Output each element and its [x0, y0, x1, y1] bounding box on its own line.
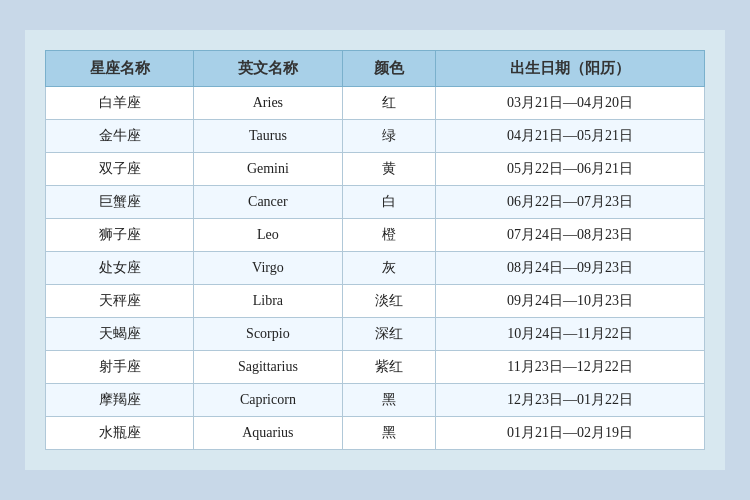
cell-6-2: 淡红 — [342, 285, 435, 318]
cell-2-1: Gemini — [194, 153, 342, 186]
table-row: 水瓶座Aquarius黑01月21日—02月19日 — [46, 417, 705, 450]
cell-9-0: 摩羯座 — [46, 384, 194, 417]
cell-1-2: 绿 — [342, 120, 435, 153]
cell-7-2: 深红 — [342, 318, 435, 351]
cell-5-0: 处女座 — [46, 252, 194, 285]
cell-3-0: 巨蟹座 — [46, 186, 194, 219]
cell-8-2: 紫红 — [342, 351, 435, 384]
table-header-row: 星座名称英文名称颜色出生日期（阳历） — [46, 51, 705, 87]
cell-3-2: 白 — [342, 186, 435, 219]
cell-2-3: 05月22日—06月21日 — [435, 153, 704, 186]
cell-10-0: 水瓶座 — [46, 417, 194, 450]
cell-10-3: 01月21日—02月19日 — [435, 417, 704, 450]
cell-6-1: Libra — [194, 285, 342, 318]
cell-5-2: 灰 — [342, 252, 435, 285]
cell-9-2: 黑 — [342, 384, 435, 417]
cell-0-1: Aries — [194, 87, 342, 120]
cell-5-3: 08月24日—09月23日 — [435, 252, 704, 285]
col-header-2: 颜色 — [342, 51, 435, 87]
cell-7-3: 10月24日—11月22日 — [435, 318, 704, 351]
cell-4-3: 07月24日—08月23日 — [435, 219, 704, 252]
cell-5-1: Virgo — [194, 252, 342, 285]
cell-0-3: 03月21日—04月20日 — [435, 87, 704, 120]
table-row: 摩羯座Capricorn黑12月23日—01月22日 — [46, 384, 705, 417]
main-container: 星座名称英文名称颜色出生日期（阳历） 白羊座Aries红03月21日—04月20… — [25, 30, 725, 470]
table-row: 天蝎座Scorpio深红10月24日—11月22日 — [46, 318, 705, 351]
table-row: 白羊座Aries红03月21日—04月20日 — [46, 87, 705, 120]
cell-8-1: Sagittarius — [194, 351, 342, 384]
col-header-1: 英文名称 — [194, 51, 342, 87]
cell-9-1: Capricorn — [194, 384, 342, 417]
cell-6-0: 天秤座 — [46, 285, 194, 318]
table-row: 射手座Sagittarius紫红11月23日—12月22日 — [46, 351, 705, 384]
cell-7-1: Scorpio — [194, 318, 342, 351]
cell-0-0: 白羊座 — [46, 87, 194, 120]
cell-2-0: 双子座 — [46, 153, 194, 186]
zodiac-table: 星座名称英文名称颜色出生日期（阳历） 白羊座Aries红03月21日—04月20… — [45, 50, 705, 450]
cell-9-3: 12月23日—01月22日 — [435, 384, 704, 417]
cell-1-3: 04月21日—05月21日 — [435, 120, 704, 153]
col-header-0: 星座名称 — [46, 51, 194, 87]
cell-1-1: Taurus — [194, 120, 342, 153]
table-row: 处女座Virgo灰08月24日—09月23日 — [46, 252, 705, 285]
cell-2-2: 黄 — [342, 153, 435, 186]
cell-1-0: 金牛座 — [46, 120, 194, 153]
table-row: 金牛座Taurus绿04月21日—05月21日 — [46, 120, 705, 153]
cell-6-3: 09月24日—10月23日 — [435, 285, 704, 318]
cell-8-3: 11月23日—12月22日 — [435, 351, 704, 384]
table-row: 天秤座Libra淡红09月24日—10月23日 — [46, 285, 705, 318]
cell-8-0: 射手座 — [46, 351, 194, 384]
cell-4-2: 橙 — [342, 219, 435, 252]
cell-0-2: 红 — [342, 87, 435, 120]
cell-3-3: 06月22日—07月23日 — [435, 186, 704, 219]
table-row: 狮子座Leo橙07月24日—08月23日 — [46, 219, 705, 252]
table-row: 巨蟹座Cancer白06月22日—07月23日 — [46, 186, 705, 219]
cell-10-2: 黑 — [342, 417, 435, 450]
cell-4-0: 狮子座 — [46, 219, 194, 252]
cell-10-1: Aquarius — [194, 417, 342, 450]
col-header-3: 出生日期（阳历） — [435, 51, 704, 87]
cell-3-1: Cancer — [194, 186, 342, 219]
table-row: 双子座Gemini黄05月22日—06月21日 — [46, 153, 705, 186]
cell-7-0: 天蝎座 — [46, 318, 194, 351]
cell-4-1: Leo — [194, 219, 342, 252]
